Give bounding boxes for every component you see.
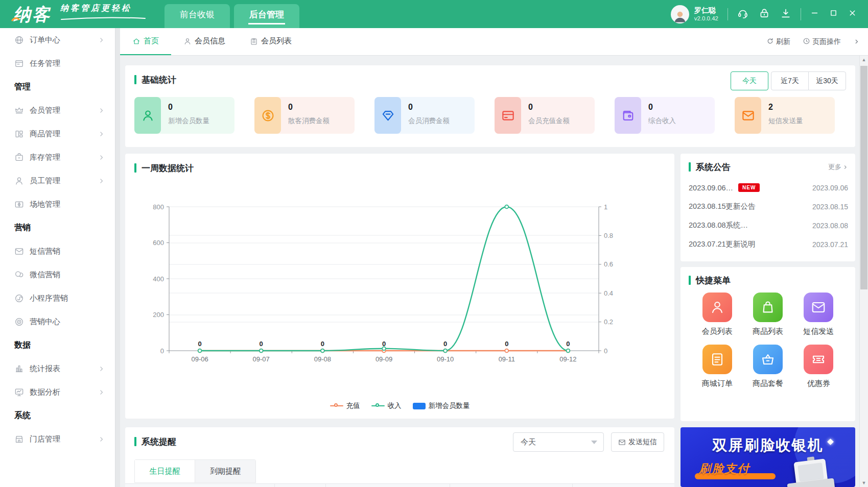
announcements-title: 系统公告 xyxy=(696,161,731,173)
download-button[interactable] xyxy=(780,8,791,21)
avatar[interactable] xyxy=(671,5,689,23)
nav-tab-backoffice[interactable]: 后台管理 xyxy=(234,4,299,28)
announcement-row[interactable]: 2023.08.08系统… 2023.08.08 xyxy=(689,216,848,235)
range-button-2[interactable]: 近30天 xyxy=(808,71,846,90)
title-accent-bar xyxy=(689,162,691,172)
titlebar-separator xyxy=(728,8,728,20)
quick-menu-item-person[interactable]: 会员列表 xyxy=(692,293,742,336)
avatar-person-icon xyxy=(672,8,688,23)
page-tab-0[interactable]: 首页 xyxy=(120,28,171,55)
page-operations-button[interactable]: 页面操作 xyxy=(803,37,841,46)
banner-title: 双屏刷脸收银机 xyxy=(681,435,855,456)
sidebar-item-goods[interactable]: 商品管理 xyxy=(0,122,115,145)
titlebar-right: 罗仁聪 v2.0.0.42 xyxy=(671,5,868,23)
svg-text:0: 0 xyxy=(260,340,263,348)
reminder-tab-1[interactable]: 到期提醒 xyxy=(195,460,255,482)
stat-value: 0 xyxy=(168,103,209,112)
announcement-row[interactable]: 2023.09.06… NEW 2023.09.06 xyxy=(689,178,848,197)
nav-tab-cashier[interactable]: 前台收银 xyxy=(165,4,230,28)
page-tab-1[interactable]: 会员信息 xyxy=(171,28,238,55)
quick-menu-item-mail[interactable]: 短信发送 xyxy=(793,293,844,336)
announcement-row[interactable]: 2023.08.15更新公告 2023.08.15 xyxy=(689,197,848,216)
range-button-1[interactable]: 近7天 xyxy=(771,71,809,90)
scroll-up-arrow[interactable]: ▲ xyxy=(860,56,868,64)
scroll-down-arrow[interactable]: ▼ xyxy=(860,479,868,487)
sidebar-item-target[interactable]: 营销中心 xyxy=(0,310,115,333)
vertical-scrollbar[interactable]: ▲ ▼ xyxy=(859,56,868,487)
quick-menu-tile xyxy=(702,293,732,322)
sidebar-item-store[interactable]: 门店管理 xyxy=(0,427,115,451)
sidebar-item-field[interactable]: 场地管理 xyxy=(0,192,115,216)
sidebar-item-monitor[interactable]: 数据分析 xyxy=(0,380,115,404)
sidebar-item-label: 任务管理 xyxy=(30,59,60,68)
svg-text:0: 0 xyxy=(604,347,607,355)
stat-value: 2 xyxy=(768,103,803,112)
sidebar-item-task[interactable]: 任务管理 xyxy=(0,52,115,75)
close-icon xyxy=(848,9,857,17)
user-chip[interactable]: 罗仁聪 v2.0.0.42 xyxy=(671,5,718,23)
more-label: 更多 xyxy=(828,162,841,172)
sidebar-item-label: 商品管理 xyxy=(30,129,60,139)
sidebar-item-crown[interactable]: 会员管理 xyxy=(0,99,115,122)
legend-item[interactable]: 收入 xyxy=(371,401,402,410)
person-icon xyxy=(141,109,155,123)
page-tab-2[interactable]: 会员列表 xyxy=(238,28,304,55)
chevR-icon xyxy=(98,389,105,396)
sidebar: 订单中心任务管理管理会员管理商品管理库存管理员工管理场地管理营销短信营销微信营销… xyxy=(0,28,115,487)
sidebar-item-box[interactable]: 库存管理 xyxy=(0,145,115,169)
field-icon xyxy=(14,200,24,209)
svg-text:0: 0 xyxy=(382,340,386,348)
maximize-button[interactable] xyxy=(829,9,838,19)
app-logo: 纳客 xyxy=(0,6,51,23)
minimize-button[interactable] xyxy=(810,9,819,19)
svg-text:0.8: 0.8 xyxy=(604,232,613,239)
quick-menu-title: 快捷菜单 xyxy=(696,275,731,286)
send-sms-button[interactable]: 发送短信 xyxy=(611,432,664,452)
sidebar-item-person[interactable]: 员工管理 xyxy=(0,169,115,192)
refresh-button[interactable]: 刷新 xyxy=(766,37,790,46)
window-controls xyxy=(810,9,857,19)
mail-icon xyxy=(618,439,626,446)
stat-card-tile xyxy=(615,97,641,134)
quick-menu-item-basket[interactable]: 商品套餐 xyxy=(742,345,793,388)
expand-chevron-icon[interactable] xyxy=(853,38,860,45)
announcement-row[interactable]: 2023.07.21更新说明 2023.07.21 xyxy=(689,235,848,254)
sidebar-item-barchart[interactable]: 统计报表 xyxy=(0,357,115,380)
sidebar-item-wechat[interactable]: 微信营销 xyxy=(0,263,115,286)
refresh-label: 刷新 xyxy=(776,37,790,46)
basket-icon xyxy=(760,352,776,367)
person-icon xyxy=(710,300,725,315)
svg-text:800: 800 xyxy=(153,203,164,211)
title-accent-bar xyxy=(134,163,136,173)
customer-service-button[interactable] xyxy=(737,8,748,21)
scrollbar-thumb[interactable] xyxy=(860,66,867,289)
sidebar-item-mail[interactable]: 短信营销 xyxy=(0,239,115,263)
stat-card-tile xyxy=(374,97,401,134)
svg-text:0.2: 0.2 xyxy=(604,318,613,326)
announcement-text: 2023.07.21更新说明 xyxy=(689,239,756,249)
line-chart[interactable]: 020040060080000.20.40.60.8109-0609-0709-… xyxy=(132,183,664,385)
chevR-icon xyxy=(98,131,105,137)
close-button[interactable] xyxy=(848,9,857,19)
user-name: 罗仁聪 xyxy=(694,6,718,15)
minimize-icon xyxy=(810,9,819,17)
chevR-icon xyxy=(98,436,105,443)
stat-card-tile xyxy=(495,97,521,134)
legend-label: 新增会员数量 xyxy=(429,401,470,410)
sidebar-item-miniapp[interactable]: 小程序营销 xyxy=(0,286,115,310)
sidebar-scroll-track[interactable] xyxy=(115,28,120,487)
quick-menu-item-bag[interactable]: 商品列表 xyxy=(742,293,793,336)
reminder-tab-0[interactable]: 生日提醒 xyxy=(135,460,195,482)
date-filter-select[interactable]: 今天 xyxy=(513,432,604,452)
svg-text:0: 0 xyxy=(321,340,324,348)
lock-button[interactable] xyxy=(759,8,770,21)
legend-item[interactable]: 新增会员数量 xyxy=(413,401,470,410)
quick-menu-item-ticket[interactable]: 优惠券 xyxy=(793,345,844,388)
promo-banner[interactable]: 双屏刷脸收银机 刷脸支付 xyxy=(681,427,855,487)
legend-item[interactable]: 充值 xyxy=(330,401,360,410)
quick-menu-item-doc[interactable]: 商城订单 xyxy=(692,345,742,388)
sidebar-item-globe[interactable]: 订单中心 xyxy=(0,28,115,52)
range-button-0[interactable]: 今天 xyxy=(731,71,768,90)
legend-label: 充值 xyxy=(346,401,360,410)
more-link[interactable]: 更多 xyxy=(828,162,848,172)
